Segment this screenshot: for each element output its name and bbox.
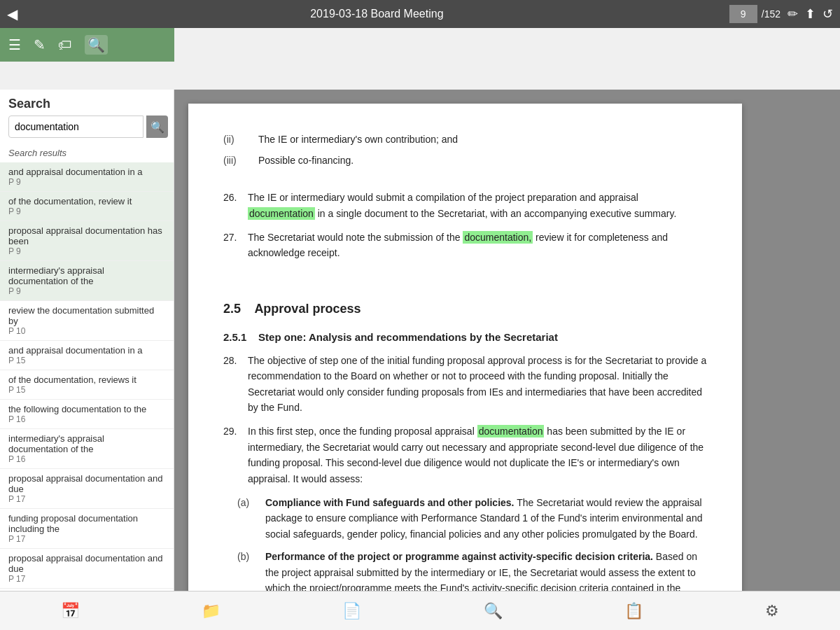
- page-navigation: /152: [729, 5, 780, 23]
- list-item: (ii) The IE or intermediary's own contri…: [223, 132, 707, 147]
- folder-icon[interactable]: 📁: [202, 602, 220, 620]
- paragraph-29: 29. In this first step, once the funding…: [223, 424, 707, 486]
- bookmark-list-icon[interactable]: 🏷: [58, 37, 72, 53]
- result-page: P 15: [8, 356, 165, 365]
- search-panel-icon[interactable]: 🔍: [85, 35, 108, 55]
- result-page: P 17: [8, 574, 165, 584]
- annotation-icon[interactable]: ✎: [34, 36, 46, 53]
- result-text: proposal appraisal documentation and due: [8, 553, 165, 574]
- search-header: Search: [0, 90, 174, 115]
- sub-title-b: Performance of the project or programme …: [265, 551, 653, 562]
- search-results-label: Search results: [0, 144, 174, 162]
- result-text: and appraisal documentation in a: [8, 345, 165, 356]
- search-button[interactable]: 🔍: [146, 115, 168, 138]
- top-icons: ✏ ⬆ ↺: [788, 6, 833, 22]
- list-num: (ii): [223, 132, 258, 147]
- para-num: 26.: [223, 190, 248, 221]
- result-item[interactable]: intermediary's appraisal documentation o…: [0, 429, 174, 469]
- search-bottom-icon[interactable]: 🔍: [484, 602, 503, 620]
- outline-icon[interactable]: ☰: [8, 36, 21, 53]
- top-bar: ◀ 2019-03-18 Board Meeting /152 ✏ ⬆ ↺: [0, 0, 840, 28]
- section-2-5-1-heading: 2.5.1 Step one: Analysis and recommendat…: [223, 329, 707, 346]
- list-text: The IE or intermediary's own contributio…: [258, 132, 458, 147]
- checklist-icon[interactable]: 📋: [624, 602, 643, 620]
- main-layout: Search 🔍 Search results and appraisal do…: [0, 90, 840, 630]
- result-text: proposal appraisal documentation has bee…: [8, 225, 165, 246]
- page-total: /152: [762, 8, 780, 20]
- calendar-icon[interactable]: 📅: [61, 602, 80, 620]
- result-text: and appraisal documentation in a: [8, 167, 165, 177]
- para-content: The objective of step one of the initial…: [248, 353, 707, 416]
- document-area[interactable]: (ii) The IE or intermediary's own contri…: [174, 90, 756, 630]
- result-item[interactable]: and appraisal documentation in aP 9: [0, 162, 174, 192]
- result-text: the following documentation to the: [8, 404, 165, 414]
- result-text: funding proposal documentation including…: [8, 513, 165, 534]
- bottom-bar: 📅 📁 📄 🔍 📋 ⚙: [0, 591, 840, 630]
- result-page: P 17: [8, 494, 165, 504]
- document-title: 2019-03-18 Board Meeting: [24, 8, 729, 20]
- result-page: P 16: [8, 454, 165, 464]
- result-page: P 15: [8, 385, 165, 395]
- para-content: The IE or intermediary would submit a co…: [248, 190, 707, 221]
- subsection-title: Step one: Analysis and recommendations b…: [258, 331, 558, 343]
- list-num: (iii): [223, 153, 258, 168]
- result-page: P 9: [8, 286, 165, 296]
- document-page: (ii) The IE or intermediary's own contri…: [188, 104, 742, 630]
- list-item: (iii) Possible co-financing.: [223, 153, 707, 168]
- highlight-documentation-1: documentation: [248, 207, 315, 220]
- result-item[interactable]: proposal appraisal documentation has bee…: [0, 221, 174, 261]
- section-2-5-heading: 2.5 Approval process: [223, 299, 707, 319]
- result-text: proposal appraisal documentation and due: [8, 473, 165, 494]
- result-text: of the documentation, reviews it: [8, 374, 165, 385]
- settings-icon[interactable]: ⚙: [765, 602, 779, 620]
- sidebar-icon-bar: ☰ ✎ 🏷 🔍: [0, 28, 174, 62]
- para-num: 27.: [223, 230, 248, 261]
- right-margin: [756, 90, 840, 630]
- list-text: Possible co-financing.: [258, 153, 354, 168]
- sub-item-a: (a) Compliance with Fund safeguards and …: [223, 495, 707, 542]
- document-icon[interactable]: 📄: [342, 602, 361, 620]
- highlight-documentation-3: documentation: [477, 425, 545, 438]
- refresh-icon[interactable]: ↺: [822, 6, 833, 22]
- result-text: of the documentation, review it: [8, 196, 165, 206]
- subsection-num: 2.5.1: [223, 331, 246, 343]
- result-item[interactable]: funding proposal documentation including…: [0, 509, 174, 549]
- paragraph-28: 28. The objective of step one of the ini…: [223, 353, 707, 416]
- result-page: P 9: [8, 206, 165, 216]
- search-bar: 🔍: [0, 115, 174, 144]
- result-page: P 16: [8, 414, 165, 424]
- result-item[interactable]: of the documentation, review itP 9: [0, 192, 174, 221]
- sub-label-a: (a): [237, 495, 265, 542]
- result-item[interactable]: of the documentation, reviews itP 15: [0, 370, 174, 400]
- result-item[interactable]: proposal appraisal documentation and due…: [0, 549, 174, 589]
- section-title: Approval process: [254, 302, 360, 316]
- result-page: P 9: [8, 177, 165, 187]
- results-list: and appraisal documentation in aP 9of th…: [0, 162, 174, 630]
- para-content: The Secretariat would note the submissio…: [248, 230, 707, 261]
- result-page: P 10: [8, 326, 165, 336]
- result-item[interactable]: the following documentation to theP 16: [0, 400, 174, 429]
- result-text: intermediary's appraisal documentation o…: [8, 433, 165, 454]
- back-button[interactable]: ◀: [7, 6, 18, 22]
- result-item[interactable]: review the documentation submitted byP 1…: [0, 301, 174, 341]
- paragraph-27: 27. The Secretariat would note the submi…: [223, 230, 707, 261]
- result-item[interactable]: intermediary's appraisal documentation o…: [0, 261, 174, 301]
- sidebar: Search 🔍 Search results and appraisal do…: [0, 90, 174, 630]
- edit-icon[interactable]: ✏: [788, 6, 798, 22]
- sub-title-a: Compliance with Fund safeguards and othe…: [265, 497, 514, 508]
- result-text: intermediary's appraisal documentation o…: [8, 265, 165, 286]
- result-item[interactable]: and appraisal documentation in aP 15: [0, 341, 174, 370]
- result-item[interactable]: proposal appraisal documentation and due…: [0, 469, 174, 509]
- sub-content-a: Compliance with Fund safeguards and othe…: [265, 495, 707, 542]
- share-icon[interactable]: ⬆: [805, 6, 816, 22]
- result-text: review the documentation submitted by: [8, 305, 165, 326]
- result-page: P 17: [8, 534, 165, 544]
- para-content: In this first step, once the funding pro…: [248, 424, 707, 486]
- para-num: 29.: [223, 424, 248, 486]
- paragraph-26: 26. The IE or intermediary would submit …: [223, 190, 707, 221]
- page-number-input[interactable]: [729, 5, 757, 23]
- result-page: P 9: [8, 246, 165, 256]
- section-num: 2.5: [223, 302, 241, 316]
- search-input[interactable]: [8, 115, 144, 138]
- highlight-documentation-2: documentation,: [463, 231, 533, 244]
